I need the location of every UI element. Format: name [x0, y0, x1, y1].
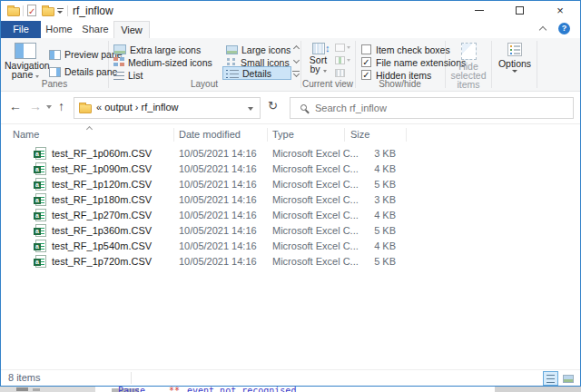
help-icon[interactable]: ? [558, 23, 570, 34]
file-list-area: Name Date modified Type Size a test_RF_1… [1, 125, 580, 369]
breadcrumb-segment-output[interactable]: output [104, 102, 133, 113]
sort-ascending-icon [86, 126, 93, 132]
excel-csv-file-icon: a [35, 162, 46, 175]
csv-badge-glyph: a [34, 259, 41, 266]
csv-badge-glyph: a [34, 166, 41, 173]
options-button[interactable]: Options [495, 40, 535, 89]
group-by-icon [335, 44, 345, 52]
breadcrumb-segment-rf-inflow[interactable]: rf_inflow [142, 102, 179, 113]
explorer-window: ✓ rf_inflow × File Home Share View ? Nav… [0, 0, 581, 387]
file-date-modified: 10/05/2021 14:16 [179, 210, 257, 220]
search-icon [300, 104, 307, 111]
properties-check-glyph: ✓ [28, 5, 35, 17]
excel-csv-file-icon: a [35, 255, 46, 268]
layout-extra-large-icons[interactable]: Extra large icons [113, 43, 201, 56]
size-columns-button[interactable] [335, 67, 351, 79]
group-by-button[interactable] [335, 42, 351, 54]
up-button[interactable]: ↑ [58, 99, 64, 113]
csv-badge-glyph: a [34, 151, 41, 158]
file-row[interactable]: a test_RF_1p270m.CSV 10/05/2021 14:16 Mi… [1, 208, 580, 223]
column-divider [267, 128, 268, 142]
column-header-name[interactable]: Name [13, 125, 39, 144]
hide-selected-items-button[interactable]: Hide selected items [447, 40, 490, 89]
details-pane-button[interactable]: Details pane [49, 66, 117, 77]
tab-home[interactable]: Home [41, 21, 77, 38]
sort-by-label2: by [310, 64, 320, 74]
console-text: Pause [118, 386, 145, 392]
layout-item-label: Large icons [241, 44, 290, 55]
csv-badge-glyph: a [34, 212, 41, 220]
back-button[interactable]: ← [9, 99, 22, 113]
dropdown-caret-icon [512, 70, 517, 73]
chevron-down-icon [292, 71, 299, 77]
address-dropdown-caret-icon[interactable] [248, 107, 253, 111]
hide-selected-items-icon [461, 43, 477, 60]
details-view-toggle[interactable] [543, 371, 558, 386]
qat-customize-caret-icon[interactable] [57, 8, 64, 14]
file-name: test_RF_1p060m.CSV [52, 148, 152, 159]
breadcrumb-overflow-chevron[interactable]: « [96, 102, 102, 113]
file-name: test_RF_1p120m.CSV [52, 179, 152, 190]
file-name: test_RF_1p540m.CSV [52, 240, 152, 251]
dropdown-caret-icon [35, 75, 39, 78]
checkbox-icon: ✓ [361, 57, 371, 67]
column-header-type[interactable]: Type [272, 125, 294, 144]
forward-button[interactable]: → [29, 99, 42, 113]
file-row[interactable]: a test_RF_1p090m.CSV 10/05/2021 14:16 Mi… [1, 162, 580, 177]
title-bar: ✓ rf_inflow × [1, 1, 580, 21]
tab-share[interactable]: Share [77, 21, 113, 38]
layout-large-icons[interactable]: Large icons [226, 43, 290, 56]
qat-new-folder-icon[interactable] [42, 7, 54, 16]
tab-file[interactable]: File [1, 21, 41, 38]
preview-pane-button[interactable]: Preview pane [49, 49, 123, 60]
layout-item-label: Extra large icons [130, 44, 201, 55]
address-bar[interactable]: « output › rf_inflow [74, 97, 261, 119]
file-name: test_RF_1p720m.CSV [52, 256, 152, 267]
refresh-button[interactable]: ↻ [268, 99, 278, 113]
tab-view[interactable]: View [113, 21, 150, 38]
layout-item-label: Medium-sized icons [128, 57, 212, 68]
column-header-size[interactable]: Size [350, 125, 369, 144]
file-row[interactable]: a test_RF_1p060m.CSV 10/05/2021 14:16 Mi… [1, 146, 580, 162]
layout-details-selected[interactable]: Details [222, 66, 291, 80]
minimize-button[interactable] [458, 1, 499, 20]
chevron-down-icon [292, 57, 299, 64]
close-button[interactable]: × [540, 1, 580, 20]
thumbnail-view-toggle[interactable] [560, 371, 576, 386]
gallery-scroll-up[interactable] [291, 42, 300, 54]
background-fragment [16, 387, 28, 391]
file-row[interactable]: a test_RF_1p540m.CSV 10/05/2021 14:16 Mi… [1, 239, 580, 254]
thumbnail-view-icon [563, 375, 574, 383]
breadcrumb-separator[interactable]: › [135, 102, 139, 113]
file-row[interactable]: a test_RF_1p180m.CSV 10/05/2021 14:16 Mi… [1, 192, 580, 208]
file-row[interactable]: a test_RF_1p360m.CSV 10/05/2021 14:16 Mi… [1, 223, 580, 239]
window-title: rf_inflow [73, 5, 113, 17]
file-row[interactable]: a test_RF_1p120m.CSV 10/05/2021 14:16 Mi… [1, 177, 580, 192]
medium-icons-icon [113, 57, 124, 67]
qat-separator [23, 5, 24, 16]
column-divider [344, 128, 345, 142]
gallery-scroll-down[interactable] [291, 55, 300, 67]
large-icons-icon [226, 45, 238, 54]
search-box[interactable]: Search rf_inflow [290, 97, 574, 119]
status-divider [131, 372, 132, 384]
file-name: test_RF_1p360m.CSV [52, 225, 152, 236]
ribbon-view-tab: Navigation pane Preview pane Details pan… [1, 38, 580, 92]
background-window-fragment [0, 387, 95, 392]
close-icon: × [556, 5, 564, 16]
item-check-boxes-checkbox[interactable]: ✓ Item check boxes [361, 44, 450, 55]
csv-badge-glyph: a [34, 181, 41, 189]
options-label: Options [495, 59, 535, 68]
background-strip: Pause ** event not recognised [0, 387, 581, 392]
file-row[interactable]: a test_RF_1p720m.CSV 10/05/2021 14:16 Mi… [1, 254, 580, 270]
dropdown-caret-icon [323, 70, 327, 73]
file-size: 3 KB [341, 148, 396, 159]
background-fragment [33, 388, 40, 391]
excel-csv-file-icon: a [35, 240, 46, 252]
recent-locations-caret-icon[interactable] [46, 105, 52, 109]
column-header-date[interactable]: Date modified [179, 125, 241, 144]
layout-medium-icons[interactable]: Medium-sized icons [113, 55, 212, 69]
maximize-button[interactable] [499, 1, 540, 20]
qat-properties-icon[interactable]: ✓ [27, 5, 36, 16]
add-columns-button[interactable] [335, 54, 351, 66]
